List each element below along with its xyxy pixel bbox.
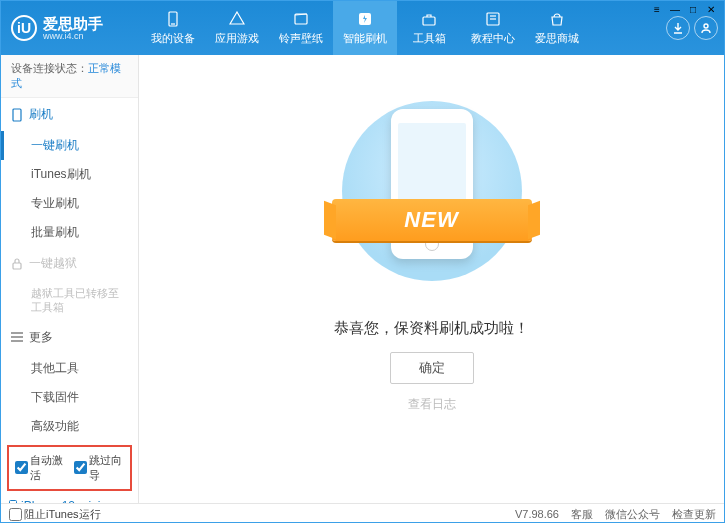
media-icon <box>292 10 310 28</box>
check-update-link[interactable]: 检查更新 <box>672 507 716 522</box>
section-flash[interactable]: 刷机 <box>1 98 138 131</box>
window-close-icon[interactable]: ✕ <box>704 3 718 15</box>
svg-point-8 <box>704 24 708 28</box>
wechat-link[interactable]: 微信公众号 <box>605 507 660 522</box>
lock-icon <box>11 258 23 270</box>
nav-toolbox[interactable]: 工具箱 <box>397 1 461 55</box>
nav-store[interactable]: 爱思商城 <box>525 1 589 55</box>
nav-smart-flash[interactable]: 智能刷机 <box>333 1 397 55</box>
flash-options: 自动激活 跳过向导 <box>7 445 132 491</box>
help-icon <box>484 10 502 28</box>
sidebar-item-batch-flash[interactable]: 批量刷机 <box>1 218 138 247</box>
svg-rect-9 <box>13 109 21 121</box>
nav-label: 工具箱 <box>413 31 446 46</box>
device-name: iPhone 12 mini <box>21 499 100 503</box>
auto-activate-input[interactable] <box>15 461 28 474</box>
section-jailbreak: 一键越狱 <box>1 247 138 280</box>
brand-logo-icon: iU <box>11 15 37 41</box>
jailbreak-note: 越狱工具已转移至 工具箱 <box>1 280 138 321</box>
checkbox-auto-activate[interactable]: 自动激活 <box>15 453 66 483</box>
nav-label: 我的设备 <box>151 31 195 46</box>
sidebar-item-download-firmware[interactable]: 下载固件 <box>1 383 138 412</box>
skip-guide-label: 跳过向导 <box>89 453 125 483</box>
download-button[interactable] <box>666 16 690 40</box>
section-title: 一键越狱 <box>29 255 77 272</box>
more-icon <box>11 331 23 343</box>
nav-label: 教程中心 <box>471 31 515 46</box>
block-itunes-input[interactable] <box>9 508 22 521</box>
customer-service-link[interactable]: 客服 <box>571 507 593 522</box>
apps-icon <box>228 10 246 28</box>
success-illustration: NEW <box>322 91 542 291</box>
connected-device[interactable]: iPhone 12 mini 64GB Down-12mini-13,1 <box>1 495 138 503</box>
user-button[interactable] <box>694 16 718 40</box>
sidebar-item-pro-flash[interactable]: 专业刷机 <box>1 189 138 218</box>
nav-tutorials[interactable]: 教程中心 <box>461 1 525 55</box>
sidebar: 设备连接状态：正常模式 刷机 一键刷机 iTunes刷机 专业刷机 批量刷机 一… <box>1 55 139 503</box>
svg-rect-2 <box>295 14 307 24</box>
success-message: 恭喜您，保资料刷机成功啦！ <box>334 319 529 338</box>
flash-icon <box>356 10 374 28</box>
auto-activate-label: 自动激活 <box>30 453 66 483</box>
svg-rect-4 <box>423 17 435 25</box>
window-controls: ≡ — □ ✕ <box>650 3 718 15</box>
nav-label: 智能刷机 <box>343 31 387 46</box>
version-label: V7.98.66 <box>515 508 559 520</box>
window-menu-icon[interactable]: ≡ <box>650 3 664 15</box>
nav-ringtones-wallpapers[interactable]: 铃声壁纸 <box>269 1 333 55</box>
nav-label: 应用游戏 <box>215 31 259 46</box>
nav-apps-games[interactable]: 应用游戏 <box>205 1 269 55</box>
brand-name: 爱思助手 <box>43 16 103 31</box>
app-header: iU 爱思助手 www.i4.cn 我的设备 应用游戏 铃声壁纸 智能刷机 工具… <box>1 1 724 55</box>
toolbox-icon <box>420 10 438 28</box>
section-title: 刷机 <box>29 106 53 123</box>
block-itunes-label: 阻止iTunes运行 <box>24 507 101 522</box>
store-icon <box>548 10 566 28</box>
top-nav: 我的设备 应用游戏 铃声壁纸 智能刷机 工具箱 教程中心 爱思商城 <box>141 1 666 55</box>
connection-status: 设备连接状态：正常模式 <box>1 55 138 98</box>
nav-label: 爱思商城 <box>535 31 579 46</box>
window-minimize-icon[interactable]: — <box>668 3 682 15</box>
view-log-link[interactable]: 查看日志 <box>408 396 456 413</box>
new-badge: NEW <box>332 199 532 241</box>
window-maximize-icon[interactable]: □ <box>686 3 700 15</box>
sidebar-item-oneclick-flash[interactable]: 一键刷机 <box>1 131 138 160</box>
section-more[interactable]: 更多 <box>1 321 138 354</box>
device-phone-icon <box>9 500 17 503</box>
main-content: NEW 恭喜您，保资料刷机成功啦！ 确定 查看日志 <box>139 55 724 503</box>
nav-label: 铃声壁纸 <box>279 31 323 46</box>
sidebar-item-other-tools[interactable]: 其他工具 <box>1 354 138 383</box>
sidebar-item-advanced[interactable]: 高级功能 <box>1 412 138 441</box>
status-bar: 阻止iTunes运行 V7.98.66 客服 微信公众号 检查更新 <box>1 503 724 523</box>
section-title: 更多 <box>29 329 53 346</box>
sidebar-item-itunes-flash[interactable]: iTunes刷机 <box>1 160 138 189</box>
checkbox-block-itunes[interactable]: 阻止iTunes运行 <box>9 507 101 522</box>
phone-icon <box>11 109 23 121</box>
nav-my-device[interactable]: 我的设备 <box>141 1 205 55</box>
svg-rect-10 <box>13 263 21 269</box>
svg-rect-14 <box>10 500 17 503</box>
brand-url: www.i4.cn <box>43 31 103 41</box>
status-label: 设备连接状态： <box>11 62 88 74</box>
device-icon <box>164 10 182 28</box>
skip-guide-input[interactable] <box>74 461 87 474</box>
ok-button[interactable]: 确定 <box>390 352 474 384</box>
checkbox-skip-guide[interactable]: 跳过向导 <box>74 453 125 483</box>
device-name-row: iPhone 12 mini <box>9 499 130 503</box>
brand-area: iU 爱思助手 www.i4.cn <box>1 1 141 55</box>
